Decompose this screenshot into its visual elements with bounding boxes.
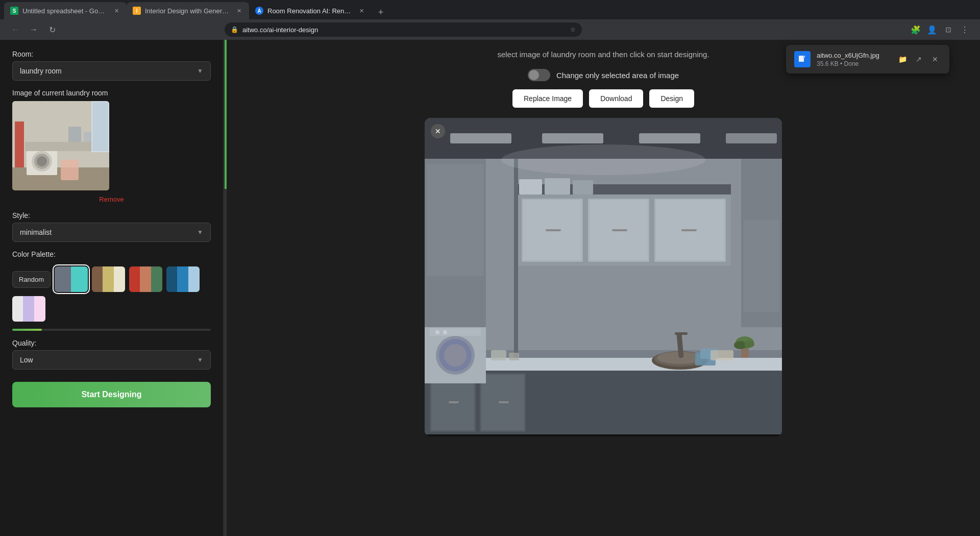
svg-rect-9: [61, 160, 79, 180]
color-progress-bar: [12, 329, 42, 331]
style-section: Style: minimalist ▼: [12, 211, 211, 242]
action-buttons: Replace Image Download Design: [512, 89, 694, 108]
palette-swatch-4[interactable]: [166, 266, 200, 292]
palette-swatch-5[interactable]: [12, 296, 45, 322]
svg-rect-33: [573, 180, 593, 194]
svg-rect-15: [450, 133, 511, 143]
download-actions: 📁 ↗ ✕: [896, 53, 941, 65]
image-label: Image of current laundry room: [12, 89, 211, 97]
quality-dropdown[interactable]: Low ▼: [12, 350, 211, 370]
download-file-icon: [794, 51, 811, 67]
room-value: laundry room: [20, 67, 62, 75]
open-folder-button[interactable]: 📁: [896, 53, 909, 65]
svg-rect-40: [449, 401, 459, 403]
quality-value: Low: [20, 356, 33, 364]
download-done: Done: [844, 60, 859, 67]
reload-button[interactable]: ↻: [45, 22, 59, 37]
toggle-switch[interactable]: [528, 69, 550, 81]
replace-image-button[interactable]: Replace Image: [512, 89, 583, 108]
download-size: 35.6 KB: [817, 60, 839, 67]
toggle-label: Change only selected area of image: [556, 71, 679, 80]
start-designing-button[interactable]: Start Designing: [12, 382, 211, 407]
svg-rect-32: [545, 178, 570, 194]
uploaded-image[interactable]: [12, 101, 109, 190]
bookmark-icon[interactable]: ☆: [570, 26, 576, 33]
tab-interior[interactable]: I Interior Design with Generati... ✕: [127, 2, 249, 19]
style-dropdown[interactable]: minimalist ▼: [12, 223, 211, 242]
image-section: Image of current laundry room: [12, 89, 211, 203]
toggle-row: Change only selected area of image: [528, 69, 679, 81]
menu-icon[interactable]: ⋮: [958, 22, 972, 37]
palette-swatch-3[interactable]: [129, 266, 162, 292]
tab-sheets[interactable]: S Untitled spreadsheet - Googl... ✕: [4, 2, 127, 19]
palette-swatch-1[interactable]: [55, 266, 88, 292]
new-tab-button[interactable]: +: [374, 5, 388, 19]
svg-rect-12: [84, 132, 91, 142]
svg-rect-67: [514, 159, 518, 358]
close-button[interactable]: ✕: [431, 124, 445, 138]
tab-interior-title: Interior Design with Generati...: [145, 7, 231, 15]
palette-row: Random: [12, 266, 211, 322]
svg-rect-30: [681, 229, 697, 231]
svg-rect-4: [15, 121, 24, 167]
svg-rect-64: [427, 164, 483, 276]
split-view-icon[interactable]: ⊡: [941, 22, 955, 37]
style-label: Style:: [12, 211, 211, 220]
browser-chrome: S Untitled spreadsheet - Googl... ✕ I In…: [0, 0, 980, 40]
svg-rect-24: [546, 229, 561, 231]
color-palette-label: Color Palette:: [12, 250, 211, 258]
forward-button[interactable]: →: [27, 22, 41, 37]
download-info: aitwo.co_x6UjGfn.jpg 35.6 KB • Done: [817, 52, 890, 67]
sheets-favicon: S: [10, 7, 18, 15]
design-button[interactable]: Design: [649, 89, 694, 108]
svg-rect-10: [25, 142, 91, 151]
download-separator: •: [840, 60, 844, 67]
address-bar[interactable]: 🔒 aitwo.co/ai-interior-design ☆: [225, 22, 582, 37]
design-preview-image: [425, 118, 782, 434]
style-dropdown-arrow: ▼: [197, 229, 203, 236]
svg-rect-72: [803, 56, 805, 58]
interior-favicon: I: [133, 7, 141, 15]
nav-icons: 🧩 👤 ⊡ ⋮: [909, 22, 972, 37]
nav-bar: ← → ↻ 🔒 aitwo.co/ai-interior-design ☆ 🧩 …: [0, 19, 980, 40]
page-content: Room: laundry room ▼ Image of current la…: [0, 40, 980, 536]
aitwo-favicon: A: [255, 7, 263, 15]
svg-rect-18: [726, 133, 777, 143]
tab-sheets-close[interactable]: ✕: [112, 7, 120, 15]
design-image-container: ✕: [425, 118, 782, 436]
color-progress-bar-container: [12, 329, 211, 331]
download-button[interactable]: Download: [589, 89, 643, 108]
extensions-icon[interactable]: 🧩: [909, 22, 923, 37]
room-label: Room:: [12, 50, 211, 58]
tab-interior-close[interactable]: ✕: [235, 7, 243, 15]
svg-point-8: [37, 156, 47, 166]
remove-button[interactable]: Remove: [12, 196, 211, 203]
open-file-button[interactable]: ↗: [913, 53, 925, 65]
tab-bar: S Untitled spreadsheet - Googl... ✕ I In…: [0, 0, 980, 19]
svg-rect-70: [509, 353, 519, 360]
svg-rect-3: [92, 102, 108, 151]
palette-swatch-2[interactable]: [92, 266, 125, 292]
quality-label: Quality:: [12, 339, 211, 347]
palette-random-button[interactable]: Random: [12, 271, 51, 288]
tab-sheets-title: Untitled spreadsheet - Googl...: [22, 7, 108, 15]
tab-aitwo-close[interactable]: ✕: [357, 7, 365, 15]
svg-point-62: [443, 330, 447, 334]
svg-point-59: [444, 344, 467, 367]
svg-rect-27: [612, 229, 627, 231]
quality-dropdown-arrow: ▼: [197, 356, 203, 363]
svg-rect-31: [519, 179, 542, 194]
room-section: Room: laundry room ▼: [12, 50, 211, 81]
svg-rect-69: [491, 350, 506, 360]
svg-point-54: [744, 340, 754, 348]
svg-rect-11: [68, 127, 81, 142]
room-dropdown[interactable]: laundry room ▼: [12, 61, 211, 81]
quality-section: Quality: Low ▼: [12, 339, 211, 370]
back-button[interactable]: ←: [8, 22, 22, 37]
svg-rect-55: [710, 350, 733, 360]
instruction-text: select image of laundry room and then cl…: [497, 50, 709, 59]
tab-aitwo[interactable]: A Room Renovation AI: Renova... ✕: [249, 2, 372, 19]
profile-icon[interactable]: 👤: [925, 22, 939, 37]
close-download-button[interactable]: ✕: [929, 53, 941, 65]
download-filename: aitwo.co_x6UjGfn.jpg: [817, 52, 890, 59]
